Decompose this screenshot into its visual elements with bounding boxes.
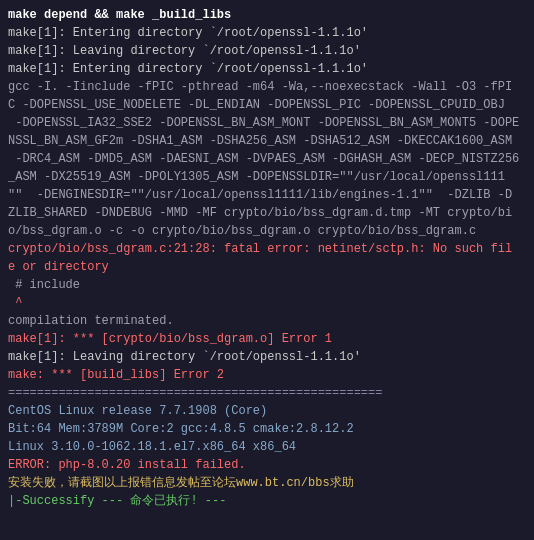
terminal-line: CentOS Linux release 7.7.1908 (Core) — [8, 402, 526, 420]
line-text: 安装失败，请截图以上报错信息发帖至论坛www.bt.cn/bbs求助 — [8, 474, 526, 492]
line-text: Bit:64 Mem:3789M Core:2 gcc:4.8.5 cmake:… — [8, 420, 526, 438]
terminal-line: ERROR: php-8.0.20 install failed. — [8, 456, 526, 474]
terminal-line: make[1]: Leaving directory `/root/openss… — [8, 348, 526, 366]
terminal-window: make depend && make _build_libsmake[1]: … — [0, 0, 534, 540]
line-text: -DRC4_ASM -DMD5_ASM -DAESNI_ASM -DVPAES_… — [8, 150, 526, 168]
line-text: CentOS Linux release 7.7.1908 (Core) — [8, 402, 526, 420]
line-text: # include — [8, 276, 526, 294]
line-text: NSSL_BN_ASM_GF2m -DSHA1_ASM -DSHA256_ASM… — [8, 132, 526, 150]
line-text: ZLIB_SHARED -DNDEBUG -MMD -MF crypto/bio… — [8, 204, 526, 222]
line-text: make[1]: *** [crypto/bio/bss_dgram.o] Er… — [8, 330, 526, 348]
terminal-line: make[1]: Entering directory `/root/opens… — [8, 60, 526, 78]
line-text: gcc -I. -Iinclude -fPIC -pthread -m64 -W… — [8, 78, 526, 96]
terminal-line: Bit:64 Mem:3789M Core:2 gcc:4.8.5 cmake:… — [8, 420, 526, 438]
line-text: C -DOPENSSL_USE_NODELETE -DL_ENDIAN -DOP… — [8, 96, 526, 114]
terminal-line: |-Successify --- 命令已执行! --- — [8, 492, 526, 510]
terminal-line: make[1]: *** [crypto/bio/bss_dgram.o] Er… — [8, 330, 526, 348]
line-text: ========================================… — [8, 384, 526, 402]
line-text: -DOPENSSL_IA32_SSE2 -DOPENSSL_BN_ASM_MON… — [8, 114, 526, 132]
terminal-line: ^ — [8, 294, 526, 312]
terminal-line: # include — [8, 276, 526, 294]
terminal-line: 安装失败，请截图以上报错信息发帖至论坛www.bt.cn/bbs求助 — [8, 474, 526, 492]
line-text: crypto/bio/bss_dgram.c:21:28: fatal erro… — [8, 240, 526, 258]
terminal-line: make depend && make _build_libs — [8, 6, 526, 24]
terminal-line: make[1]: Leaving directory `/root/openss… — [8, 42, 526, 60]
terminal-line: compilation terminated. — [8, 312, 526, 330]
terminal-line: Linux 3.10.0-1062.18.1.el7.x86_64 x86_64 — [8, 438, 526, 456]
terminal-line: ========================================… — [8, 384, 526, 402]
line-text: make[1]: Entering directory `/root/opens… — [8, 60, 526, 78]
line-text: |-Successify --- 命令已执行! --- — [8, 492, 526, 510]
terminal-line: gcc -I. -Iinclude -fPIC -pthread -m64 -W… — [8, 78, 526, 240]
line-text: _ASM -DX25519_ASM -DPOLY1305_ASM -DOPENS… — [8, 168, 526, 186]
terminal-line: crypto/bio/bss_dgram.c:21:28: fatal erro… — [8, 240, 526, 276]
terminal-line: make[1]: Entering directory `/root/opens… — [8, 24, 526, 42]
line-text: ^ — [8, 294, 526, 312]
line-text: e or directory — [8, 258, 526, 276]
line-text: o/bss_dgram.o -c -o crypto/bio/bss_dgram… — [8, 222, 526, 240]
terminal-line: make: *** [build_libs] Error 2 — [8, 366, 526, 384]
line-text: make[1]: Leaving directory `/root/openss… — [8, 42, 526, 60]
line-text: Linux 3.10.0-1062.18.1.el7.x86_64 x86_64 — [8, 438, 526, 456]
line-text: make[1]: Entering directory `/root/opens… — [8, 24, 526, 42]
line-text: make depend && make _build_libs — [8, 6, 526, 24]
line-text: ERROR: php-8.0.20 install failed. — [8, 456, 526, 474]
line-text: make[1]: Leaving directory `/root/openss… — [8, 348, 526, 366]
line-text: make: *** [build_libs] Error 2 — [8, 366, 526, 384]
line-text: compilation terminated. — [8, 312, 526, 330]
line-text: "" -DENGINESDIR=""/usr/local/openssl1111… — [8, 186, 526, 204]
